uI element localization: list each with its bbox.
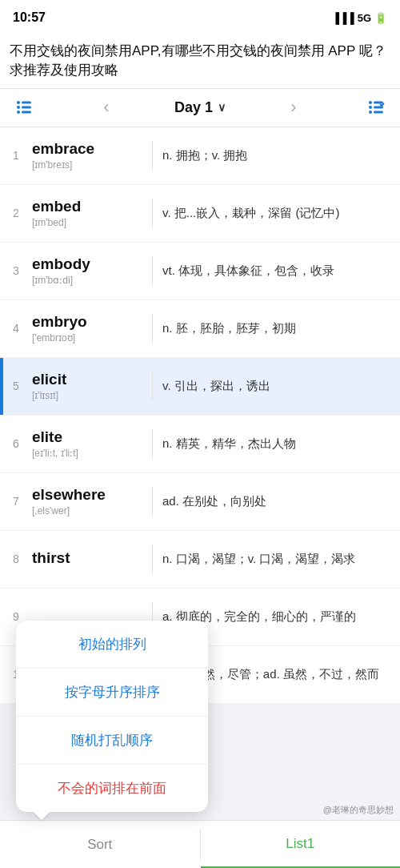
dropdown-overlay[interactable]: 初始的排列 按字母升序排序 随机打乱顺序 不会的词排在前面 (0, 0, 400, 868)
dropdown-item-alphabetical[interactable]: 按字母升序排序 (16, 669, 208, 717)
dropdown-menu: 初始的排列 按字母升序排序 随机打乱顺序 不会的词排在前面 (16, 621, 208, 812)
dropdown-arrow (34, 812, 50, 820)
dropdown-item-random[interactable]: 随机打乱顺序 (16, 717, 208, 765)
dropdown-item-initial[interactable]: 初始的排列 (16, 621, 208, 669)
dropdown-item-unknown-first[interactable]: 不会的词排在前面 (16, 765, 208, 812)
